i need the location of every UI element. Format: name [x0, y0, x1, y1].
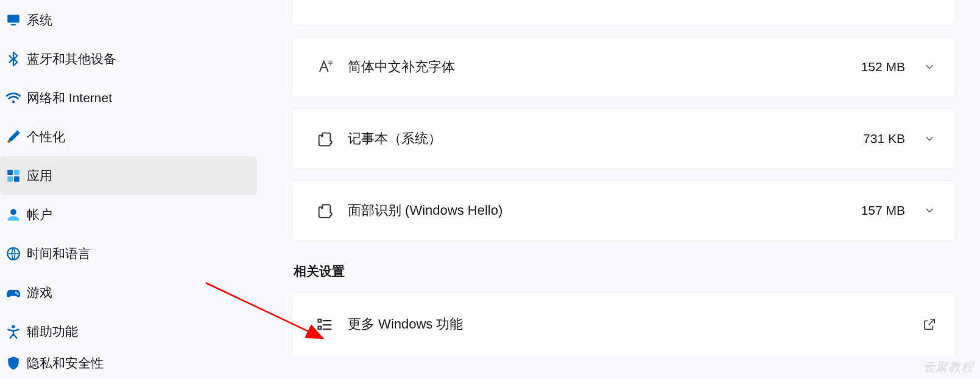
sidebar-item-apps[interactable]: 应用 [0, 156, 257, 195]
personalization-icon [0, 129, 27, 145]
sidebar-item-gaming[interactable]: 游戏 [0, 273, 257, 311]
sidebar-item-label: 个性化 [27, 128, 65, 145]
sidebar-item-label: 游戏 [27, 284, 52, 301]
sidebar-item-label: 蓝牙和其他设备 [27, 50, 116, 68]
svg-point-8 [10, 209, 16, 215]
piece-icon [310, 130, 339, 147]
sidebar-item-label: 应用 [27, 167, 52, 184]
svg-rect-4 [7, 170, 13, 175]
svg-rect-1 [11, 24, 16, 25]
feature-size: 731 KB [863, 131, 905, 146]
chevron-down-icon [922, 61, 937, 73]
svg-text:字: 字 [328, 60, 333, 66]
list-icon [310, 316, 339, 333]
font-icon: 字 [310, 58, 339, 75]
feature-size: 157 MB [861, 203, 905, 218]
related-row-more-features[interactable]: 更多 Windows 功能 [291, 292, 956, 356]
sidebar-item-label: 隐私和安全性 [27, 355, 104, 372]
sidebar-item-label: 帐户 [27, 206, 52, 223]
accessibility-icon [0, 324, 27, 339]
feature-label: 记事本（系统） [339, 130, 863, 148]
sidebar-item-network[interactable]: 网络和 Internet [0, 78, 257, 117]
sidebar-item-label: 时间和语言 [27, 245, 91, 262]
feature-row-hello[interactable]: 面部识别 (Windows Hello) 157 MB [291, 180, 956, 241]
related-settings-heading: 相关设置 [294, 263, 956, 280]
gaming-icon [0, 285, 27, 301]
svg-point-12 [12, 325, 15, 328]
feature-row-fonts[interactable]: 字 简体中文补充字体 152 MB [291, 37, 956, 97]
sidebar-item-privacy[interactable]: 隐私和安全性 [0, 351, 257, 375]
svg-rect-7 [14, 176, 19, 182]
svg-point-11 [17, 293, 19, 294]
feature-label: 面部识别 (Windows Hello) [339, 201, 861, 220]
sidebar: 系统 蓝牙和其他设备 网络和 Internet 个性化 应用 帐户 时间和语 [0, 0, 261, 379]
sidebar-item-accounts[interactable]: 帐户 [0, 195, 257, 234]
sidebar-item-system[interactable]: 系统 [0, 1, 257, 39]
bluetooth-icon [0, 51, 27, 67]
time-language-icon [0, 246, 27, 262]
sidebar-item-label: 辅助功能 [27, 323, 78, 340]
sidebar-item-accessibility[interactable]: 辅助功能 [0, 312, 257, 350]
sidebar-item-personalization[interactable]: 个性化 [0, 117, 257, 156]
privacy-icon [0, 355, 27, 371]
chevron-down-icon [922, 133, 937, 145]
feature-row-partial[interactable] [291, 0, 956, 26]
related-label: 更多 Windows 功能 [339, 315, 922, 333]
feature-row-notepad[interactable]: 记事本（系统） 731 KB [291, 108, 956, 169]
svg-rect-5 [14, 170, 19, 175]
sidebar-item-time-language[interactable]: 时间和语言 [0, 234, 257, 273]
chevron-down-icon [922, 204, 937, 217]
apps-icon [0, 168, 27, 184]
accounts-icon [0, 207, 27, 223]
svg-rect-16 [319, 327, 322, 330]
open-external-icon [922, 318, 937, 331]
svg-point-2 [12, 100, 15, 103]
svg-rect-14 [319, 319, 322, 322]
svg-point-10 [15, 291, 17, 293]
svg-point-3 [7, 140, 10, 142]
piece-icon [310, 202, 339, 219]
sidebar-item-label: 系统 [27, 12, 52, 29]
system-icon [0, 12, 27, 28]
sidebar-item-label: 网络和 Internet [27, 89, 112, 106]
svg-rect-6 [7, 176, 13, 182]
content-area: 字 简体中文补充字体 152 MB 记事本（系统） 731 KB 面部识别 (W… [261, 0, 980, 379]
network-icon [0, 90, 27, 106]
feature-size: 152 MB [861, 60, 905, 74]
feature-label: 简体中文补充字体 [339, 58, 861, 76]
svg-rect-0 [7, 15, 19, 23]
sidebar-item-bluetooth[interactable]: 蓝牙和其他设备 [0, 40, 257, 78]
